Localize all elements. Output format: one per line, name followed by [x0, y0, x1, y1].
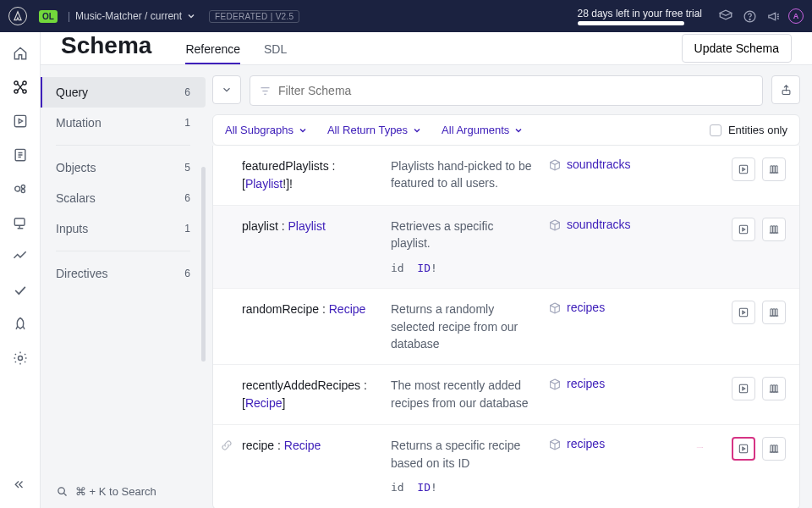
tab-sdl[interactable]: SDL [264, 42, 287, 64]
trial-indicator[interactable]: 28 days left in your free trial [578, 8, 702, 25]
type-link[interactable]: Playlist [245, 177, 283, 190]
run-in-explorer-button[interactable] [732, 437, 755, 461]
federation-badge: FEDERATED | V2.5 [209, 10, 299, 23]
field-name-col: featuredPlaylists : [Playlist!]! [242, 157, 377, 193]
sidebar-item-query[interactable]: Query6 [41, 77, 206, 108]
cube-icon [548, 438, 562, 451]
field-actions [732, 218, 786, 276]
schema-icon[interactable] [11, 78, 30, 97]
view-usage-button[interactable] [762, 157, 786, 181]
subgraph-link[interactable]: soundtracks [567, 157, 630, 171]
trial-progress-bar [578, 21, 684, 25]
type-link[interactable]: Playlist [288, 219, 325, 233]
run-in-explorer-button[interactable] [732, 301, 755, 324]
columns-icon [768, 443, 780, 455]
filter-bar: All Subgraphs All Return Types All Argum… [212, 114, 800, 146]
cube-icon [548, 158, 562, 172]
apollo-logo[interactable] [8, 7, 27, 25]
learn-icon[interactable] [718, 8, 733, 24]
field-subgraph: soundtracks [548, 218, 658, 276]
checks-icon[interactable] [11, 281, 30, 300]
filter-return-types[interactable]: All Return Types [327, 124, 421, 136]
svg-rect-16 [739, 225, 747, 233]
field-subgraph: soundtracks [548, 157, 658, 193]
entities-only-toggle[interactable]: Entities only [710, 124, 787, 136]
field-row[interactable]: playlist : Playlist Retrieves a specific… [213, 206, 799, 289]
field-row[interactable]: featuredPlaylists : [Playlist!]! Playlis… [213, 146, 799, 206]
field-row[interactable]: recentlyAddedRecipes : [Recipe] The most… [213, 365, 799, 425]
view-usage-button[interactable] [762, 218, 786, 241]
insights-icon[interactable] [11, 247, 30, 266]
run-in-explorer-button[interactable] [732, 218, 755, 241]
field-actions [732, 437, 786, 495]
subgraph-link[interactable]: recipes [567, 377, 605, 390]
sidebar-item-count: 6 [184, 86, 190, 98]
help-icon[interactable] [742, 8, 757, 24]
field-name-col: playlist : Playlist [242, 218, 377, 276]
subgraph-link[interactable]: recipes [567, 437, 605, 450]
field-subgraph: recipes [548, 301, 658, 352]
chevron-down-icon [514, 126, 523, 135]
view-usage-button[interactable] [762, 437, 786, 461]
type-link[interactable]: Recipe [284, 439, 321, 452]
chevron-down-icon[interactable] [187, 12, 195, 20]
field-actions [732, 301, 786, 352]
update-schema-button[interactable]: Update Schema [682, 34, 792, 63]
svg-rect-15 [739, 165, 747, 173]
type-link[interactable]: Recipe [245, 396, 283, 410]
subgraph-link[interactable]: soundtracks [567, 218, 630, 231]
home-icon[interactable] [11, 44, 30, 63]
type-link[interactable]: Recipe [329, 302, 366, 316]
field-row[interactable]: recipe : Recipe Returns a specific recip… [213, 425, 799, 508]
svg-point-13 [58, 488, 65, 494]
subgraph-link[interactable]: recipes [567, 301, 605, 314]
search-shortcut[interactable]: ⌘ + K to Search [41, 473, 206, 508]
filter-input-wrap[interactable] [250, 75, 763, 106]
expand-toggle-button[interactable] [212, 75, 241, 104]
sidebar-item-scalars[interactable]: Scalars6 [41, 183, 206, 213]
variant-name[interactable]: current [151, 10, 182, 22]
graph-name[interactable]: Music-Matcher [75, 10, 142, 22]
subgraphs-icon[interactable] [11, 179, 30, 198]
export-button[interactable] [771, 75, 800, 104]
filter-schema-input[interactable] [278, 84, 754, 97]
field-row[interactable]: randomRecipe : Recipe Returns a randomly… [213, 289, 799, 365]
megaphone-icon[interactable] [765, 8, 781, 24]
top-bar: OL | Music-Matcher / current FEDERATED |… [0, 0, 812, 32]
changelog-icon[interactable] [11, 146, 30, 164]
filter-subgraphs[interactable]: All Subgraphs [225, 124, 307, 136]
field-arg: id ID! [391, 480, 535, 496]
sidebar-item-inputs[interactable]: Inputs1 [41, 213, 206, 244]
columns-icon [768, 224, 780, 235]
filter-arguments[interactable]: All Arguments [442, 124, 523, 136]
permalink-icon[interactable] [220, 439, 235, 454]
clients-icon[interactable] [11, 213, 30, 232]
field-description: Returns a randomly selected recipe from … [391, 301, 535, 352]
sidebar-item-count: 6 [184, 192, 190, 204]
svg-point-1 [749, 19, 749, 19]
tab-reference[interactable]: Reference [185, 42, 240, 64]
field-name-col: randomRecipe : Recipe [242, 301, 377, 352]
run-in-explorer-button[interactable] [732, 377, 755, 400]
org-badge[interactable]: OL [39, 10, 58, 23]
scrollbar[interactable] [201, 167, 206, 362]
checkbox[interactable] [710, 124, 721, 136]
view-usage-button[interactable] [762, 301, 786, 324]
avatar[interactable]: A [788, 8, 804, 24]
sidebar-item-mutation[interactable]: Mutation1 [41, 108, 206, 138]
svg-point-8 [14, 186, 19, 191]
launches-icon[interactable] [11, 315, 30, 334]
explorer-icon[interactable] [11, 112, 30, 130]
collapse-rail-icon[interactable] [11, 478, 30, 496]
view-usage-button[interactable] [762, 377, 786, 400]
sidebar-item-directives[interactable]: Directives6 [41, 258, 206, 289]
columns-icon [768, 383, 780, 395]
divider [56, 145, 190, 146]
run-in-explorer-button[interactable] [732, 157, 755, 181]
filter-icon [259, 85, 272, 97]
play-icon [738, 163, 749, 175]
svg-point-10 [21, 189, 25, 192]
sidebar-item-objects[interactable]: Objects5 [41, 152, 206, 183]
settings-icon[interactable] [11, 349, 30, 367]
sidebar-item-label: Query [56, 86, 88, 99]
